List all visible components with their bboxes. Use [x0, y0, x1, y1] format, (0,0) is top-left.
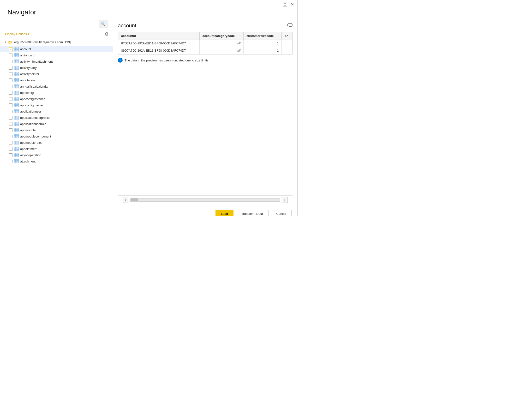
minimize-button[interactable]: □	[283, 2, 287, 7]
tree-item-annotation[interactable]: annotation	[0, 77, 113, 83]
scroll-right-button[interactable]: ›	[282, 197, 288, 203]
checkbox-applicationuserrole[interactable]	[9, 122, 12, 126]
search-bar: 🔍	[5, 20, 108, 28]
checkbox-activitymimeattachment[interactable]	[9, 60, 12, 63]
svg-rect-65	[14, 128, 19, 132]
scroll-left-button[interactable]: ‹	[123, 197, 128, 203]
svg-rect-90	[14, 159, 19, 163]
search-button[interactable]: 🔍	[99, 20, 108, 28]
search-input[interactable]	[5, 20, 99, 28]
table-icon-appconfiginstance	[14, 97, 19, 101]
checkbox-attachment[interactable]	[9, 160, 12, 163]
tree-item-attachment[interactable]: attachment	[0, 158, 113, 164]
svg-rect-25	[14, 78, 19, 82]
tree-item-label-applicationuserprofile: applicationuserprofile	[20, 116, 50, 120]
checkbox-appointment[interactable]	[9, 147, 12, 151]
svg-rect-45	[14, 103, 19, 107]
checkbox-appconfig[interactable]	[9, 91, 12, 94]
tree-item-label-actioncard: actioncard	[20, 53, 35, 57]
scroll-track[interactable]	[130, 198, 280, 202]
table-icon-applicationuserrole	[14, 122, 19, 126]
tree-item-label-appconfigmaster: appconfigmaster	[20, 103, 43, 107]
left-panel: 🔍 Display Options ▾ ⎙ ▼ 📁 org0b539308.cr…	[0, 20, 113, 207]
cell-accountid-2: 89D7A7D0-292A-EB11-BF68-000D3AFC74D7	[118, 47, 200, 54]
tree-item-applicationuserrole[interactable]: applicationuserrole	[0, 121, 113, 127]
tree-item-appointment[interactable]: appointment	[0, 146, 113, 152]
checkbox-activityparty[interactable]	[9, 66, 12, 70]
checkbox-actioncard[interactable]	[9, 53, 12, 57]
tree-item-label-appmodule: appmodule	[20, 128, 36, 132]
tree-item-label-account: account	[20, 47, 31, 51]
footer: Load Transform Data Cancel	[0, 207, 297, 216]
svg-rect-85	[14, 153, 19, 157]
preview-table: accountid accountcategorycode customersi…	[118, 32, 292, 54]
tree-item-appconfiginstance[interactable]: appconfiginstance	[0, 96, 113, 102]
tree-item-label-activitypointer: activitypointer	[20, 72, 39, 76]
checkbox-asyncoperation[interactable]	[9, 153, 12, 157]
checkbox-appmodulecomponent[interactable]	[9, 135, 12, 138]
tree-item-applicationuser[interactable]: applicationuser	[0, 108, 113, 114]
checkbox-activitypointer[interactable]	[9, 72, 12, 76]
tree-item-asyncoperation[interactable]: asyncoperation	[0, 152, 113, 158]
svg-rect-0	[14, 47, 19, 51]
org-label: org0b539308.crm10.dynamics.com [199]	[14, 40, 71, 44]
table-icon-annualfiscalcalendar	[14, 84, 19, 88]
col-header-accountcategorycode: accountcategorycode	[199, 32, 243, 40]
tree-item-appconfig[interactable]: appconfig	[0, 90, 113, 96]
table-icon-actioncard	[14, 53, 19, 57]
svg-rect-70	[14, 134, 19, 138]
tree-item-appconfigmaster[interactable]: appconfigmaster	[0, 102, 113, 108]
info-icon: i	[118, 58, 123, 63]
table-icon-appconfigmaster	[14, 103, 19, 107]
close-button[interactable]: ✕	[290, 2, 294, 7]
preview-title: account	[118, 22, 136, 29]
tree-item-activitypointer[interactable]: activitypointer	[0, 71, 113, 77]
table-row: 87D7A7D0-292A-EB11-BF68-000D3AFC74D7 nul…	[118, 40, 292, 47]
tree-item-activitymimeattachment[interactable]: activitymimeattachment	[0, 58, 113, 65]
table-icon-appointment	[14, 147, 19, 151]
load-button[interactable]: Load	[215, 210, 233, 216]
cell-accountcategorycode-1: null	[199, 40, 243, 47]
collapse-triangle-icon: ▼	[4, 41, 7, 43]
select-related-icon[interactable]: ⎙	[105, 31, 108, 36]
checkbox-appconfiginstance[interactable]	[9, 97, 12, 101]
table-icon-applicationuser	[14, 109, 19, 113]
table-icon-appmodulecomponent	[14, 134, 19, 138]
tree-item-annualfiscalcalendar[interactable]: annualfiscalcalendar	[0, 83, 113, 90]
checkbox-applicationuserprofile[interactable]	[9, 116, 12, 120]
checkbox-applicationuser[interactable]	[9, 110, 12, 113]
tree-item-appmodulecomponent[interactable]: appmodulecomponent	[0, 133, 113, 139]
svg-rect-55	[14, 116, 19, 120]
table-icon-applicationuserprofile	[14, 116, 19, 120]
tree-item-applicationuserprofile[interactable]: applicationuserprofile	[0, 114, 113, 121]
tree-container[interactable]: ▼ 📁 org0b539308.crm10.dynamics.com [199]	[0, 38, 113, 207]
table-icon-appconfig	[14, 91, 19, 94]
org-node[interactable]: ▼ 📁 org0b539308.crm10.dynamics.com [199]	[0, 38, 113, 46]
tree-item-label-asyncoperation: asyncoperation	[20, 153, 41, 157]
display-options-bar: Display Options ▾ ⎙	[0, 31, 113, 38]
svg-rect-15	[14, 66, 19, 70]
checkbox-annotation[interactable]	[9, 79, 12, 82]
checkbox-annualfiscalcalendar[interactable]	[9, 85, 12, 88]
tree-item-activityparty[interactable]: activityparty	[0, 65, 113, 71]
tree-item-account[interactable]: account	[0, 46, 113, 52]
checkbox-appmodule[interactable]	[9, 128, 12, 132]
refresh-icon[interactable]	[287, 22, 293, 29]
cancel-button[interactable]: Cancel	[271, 210, 292, 216]
checkbox-appconfigmaster[interactable]	[9, 103, 12, 107]
transform-data-button[interactable]: Transform Data	[236, 210, 269, 216]
info-message: The data in the preview has been truncat…	[124, 59, 209, 62]
checkbox-account[interactable]	[9, 47, 12, 51]
svg-rect-5	[14, 53, 19, 57]
tree-item-appmoduleroles[interactable]: appmoduleroles	[0, 139, 113, 146]
col-header-accountid: accountid	[118, 32, 200, 40]
svg-rect-20	[14, 72, 19, 76]
cell-pr-1	[282, 40, 292, 47]
tree-item-actioncard[interactable]: actioncard	[0, 52, 113, 58]
tree-item-appmodule[interactable]: appmodule	[0, 127, 113, 133]
display-options-button[interactable]: Display Options ▾	[5, 32, 30, 36]
scroll-thumb	[131, 198, 138, 201]
info-bar: i The data in the preview has been trunc…	[118, 58, 293, 63]
checkbox-appmoduleroles[interactable]	[9, 141, 12, 144]
table-icon-attachment	[14, 159, 19, 163]
